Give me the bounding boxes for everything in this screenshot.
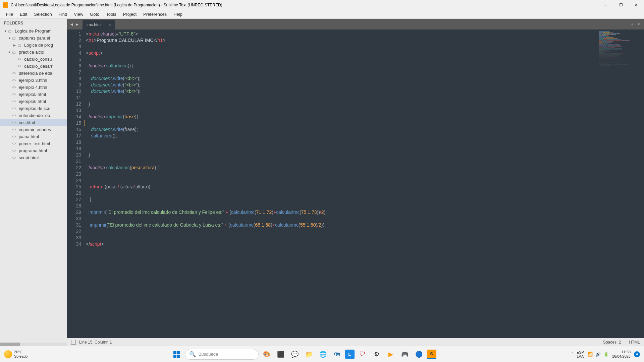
taskbar-app-edge[interactable]: 🌐: [317, 348, 329, 360]
menu-edit[interactable]: Edit: [16, 10, 31, 18]
taskbar-app-cf[interactable]: 🎮: [399, 348, 411, 360]
weather-desc: Soleado: [14, 354, 28, 359]
sidebar: FOLDERS ▼🗀Logica de Program▼🗀capturas pa…: [0, 19, 67, 346]
menu-tools[interactable]: Tools: [103, 10, 119, 18]
menu-preferences[interactable]: Preferences: [140, 10, 170, 18]
file-ejemplo5-html[interactable]: <>ejemplo5.html: [0, 91, 67, 98]
tab-imc[interactable]: imc.html ×: [83, 20, 115, 29]
file-calculo-consu[interactable]: <>calculo_consu: [0, 56, 67, 63]
tab-close-icon[interactable]: ×: [108, 22, 111, 27]
file-diferencia-de-eda[interactable]: <>diferencia de eda: [0, 70, 67, 77]
taskbar-app-blue-l[interactable]: L: [345, 350, 355, 359]
line-gutter: 1234567891011121314151617181920212223242…: [67, 29, 85, 338]
folder-tree[interactable]: ▼🗀Logica de Program▼🗀capturas para el▶🗀L…: [0, 27, 67, 343]
new-tab-button[interactable]: +: [629, 21, 636, 27]
windows-icon: [173, 351, 180, 358]
tab-label: imc.html: [87, 22, 102, 27]
maximize-button[interactable]: ☐: [613, 0, 629, 10]
code-area[interactable]: <meta charset="UTF-8"><h1>Programa CALCU…: [85, 29, 597, 338]
tabs-bar: ◀ ▶ imc.html × + ▾: [67, 19, 644, 29]
menu-find[interactable]: Find: [55, 10, 70, 18]
search-placeholder: Búsqueda: [199, 352, 218, 357]
file-ejemplo-3-html[interactable]: <>ejemplo 3.html: [0, 77, 67, 84]
sidebar-header: FOLDERS: [0, 19, 67, 27]
start-button[interactable]: [171, 348, 183, 360]
taskbar-app-sublime[interactable]: S: [427, 350, 436, 359]
menu-selection[interactable]: Selection: [31, 10, 55, 18]
close-button[interactable]: ✕: [629, 0, 644, 10]
tabs-dropdown-icon[interactable]: ▾: [636, 21, 642, 27]
file-imc-html[interactable]: <>imc.html: [0, 119, 67, 126]
minimize-button[interactable]: ─: [598, 0, 613, 10]
battery-icon[interactable]: 🔋: [603, 352, 609, 357]
taskbar-app-chat[interactable]: 💬: [289, 348, 301, 360]
indent-setting[interactable]: Spaces: 2: [603, 340, 621, 345]
file-ejemplos-de-scri[interactable]: <>ejemplos de scri: [0, 105, 67, 112]
language-indicator[interactable]: ESP LAA: [577, 350, 584, 358]
file-juana-html[interactable]: <>juana.html: [0, 133, 67, 140]
wifi-icon[interactable]: 📶: [587, 352, 593, 357]
minimap[interactable]: [597, 29, 644, 338]
folder-l-gica-de-prog[interactable]: ▶🗀Lógica de prog: [0, 42, 67, 49]
taskbar-app-dark[interactable]: ⚙: [371, 348, 383, 360]
sidebar-scrollbar[interactable]: [0, 343, 67, 346]
menu-file[interactable]: File: [3, 10, 16, 18]
file-ejemplo6-html[interactable]: <>ejemplo6.html: [0, 98, 67, 105]
editor[interactable]: 1234567891011121314151617181920212223242…: [67, 29, 644, 338]
file-ejemplo-4-html[interactable]: <>ejemplo 4.html: [0, 84, 67, 91]
search-box[interactable]: 🔍 Búsqueda: [185, 349, 259, 360]
file-script-html[interactable]: <>script.html: [0, 154, 67, 161]
sun-icon: [4, 350, 12, 358]
weather-widget[interactable]: 26°C Soleado: [4, 350, 28, 359]
taskbar: 26°C Soleado 🔍 Búsqueda 🎨 ⬛ 💬 📁 🌐 🛍 L 🛡 …: [0, 346, 644, 362]
file-primer-text-html[interactable]: <>primer_text.html: [0, 140, 67, 147]
menu-view[interactable]: View: [70, 10, 87, 18]
app-icon: S: [3, 2, 8, 8]
file-entendiendo-do[interactable]: <>entendiendo_do: [0, 112, 67, 119]
file-calculo-desarr[interactable]: <>calculo_desarr: [0, 63, 67, 70]
panel-toggle-icon[interactable]: [71, 340, 76, 345]
volume-icon[interactable]: 🔊: [595, 352, 601, 357]
titlebar: S C:\Users\casti\Desktop\Logica de Progr…: [0, 0, 644, 10]
menubar: FileEditSelectionFindViewGotoToolsProjec…: [0, 10, 644, 19]
notification-badge[interactable]: 4: [634, 351, 640, 357]
taskbar-app-player[interactable]: ▶: [385, 348, 397, 360]
folder-logica-de-program[interactable]: ▼🗀Logica de Program: [0, 27, 67, 35]
weather-temp: 26°C: [14, 350, 28, 354]
statusbar: Line 15, Column 1 Spaces: 2 HTML: [67, 338, 644, 346]
taskbar-app-store[interactable]: 🛍: [331, 348, 343, 360]
menu-project[interactable]: Project: [120, 10, 140, 18]
file-programa-html[interactable]: <>programa.html: [0, 147, 67, 154]
tray-chevron-icon[interactable]: ˄: [571, 352, 573, 356]
folder-practica-alcol[interactable]: ▼🗀practica alcol: [0, 49, 67, 56]
syntax-setting[interactable]: HTML: [629, 340, 640, 345]
nav-forward-icon[interactable]: ▶: [74, 22, 80, 26]
taskbar-app-colorful[interactable]: 🎨: [261, 348, 273, 360]
menu-help[interactable]: Help: [170, 10, 186, 18]
cursor-position: Line 15, Column 1: [79, 340, 112, 345]
search-icon: 🔍: [189, 351, 196, 357]
menu-goto[interactable]: Goto: [87, 10, 103, 18]
window-title: C:\Users\casti\Desktop\Logica de Program…: [11, 3, 598, 7]
taskbar-app-taskview[interactable]: ⬛: [275, 348, 287, 360]
taskbar-app-chrome[interactable]: 🔵: [413, 348, 425, 360]
file-imprimir-edades[interactable]: <>imprimir_edades: [0, 126, 67, 133]
taskbar-app-mcafee[interactable]: 🛡: [357, 348, 369, 360]
nav-back-icon[interactable]: ◀: [69, 22, 74, 26]
clock[interactable]: 11:58 16/04/2023: [612, 350, 631, 359]
folder-capturas-para-el[interactable]: ▼🗀capturas para el: [0, 35, 67, 42]
taskbar-app-explorer[interactable]: 📁: [303, 348, 315, 360]
